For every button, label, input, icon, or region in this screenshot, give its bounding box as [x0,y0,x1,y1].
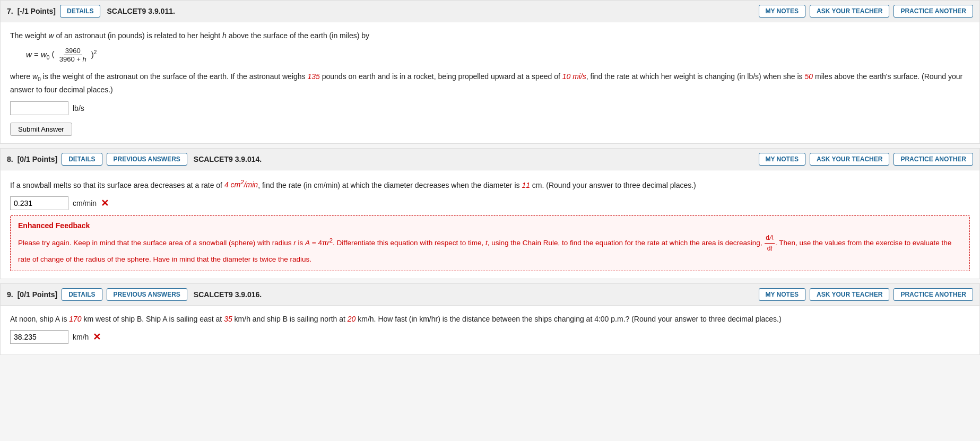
question-8-answer-input[interactable] [10,196,68,210]
question-9-ask-teacher-btn[interactable]: ASK YOUR TEACHER [810,288,889,301]
question-8-points: [0/1 Points] [18,155,57,163]
question-9: 9. [0/1 Points] DETAILS PREVIOUS ANSWERS… [0,283,980,355]
question-7-body: The weight w of an astronaut (in pounds)… [1,22,979,143]
question-8-my-notes-btn[interactable]: MY NOTES [759,153,805,166]
formula-bracket: ( [52,50,55,59]
question-8-wrong-mark: ✕ [101,197,109,209]
q7-text6: , find the rate at which her weight is c… [586,72,805,81]
q7-weight: 135 [307,72,319,81]
q9-speed1: 35 [224,315,232,323]
question-8-ask-teacher-btn[interactable]: ASK YOUR TEACHER [810,153,889,166]
q7-speed: 10 mi/s [562,72,586,81]
q7-text-3: above the surface of the earth (in miles… [227,31,369,40]
q8-text2: , find the rate (in cm/min) at which the… [258,180,522,189]
formula-lhs: w = w0 [26,50,49,59]
question-7-points: [-/1 Points] [18,7,56,15]
question-9-details-btn[interactable]: DETAILS [62,288,102,301]
feedback-text: Please try again. Keep in mind that the … [18,233,962,265]
q9-speed2: 20 [348,315,356,323]
question-8-unit: cm/min [73,199,97,207]
q8-text1: If a snowball melts so that its surface … [10,180,224,189]
question-9-code: SCALCET9 3.9.016. [194,290,262,299]
question-9-points: [0/1 Points] [18,290,57,299]
question-8-feedback: Enhanced Feedback Please try again. Keep… [10,215,970,271]
question-9-answer-row: km/h ✕ [10,330,970,344]
question-9-prev-answers-btn[interactable]: PREVIOUS ANSWERS [107,288,187,301]
question-8-details-btn[interactable]: DETAILS [62,153,102,166]
formula-bracket-close: )2 [91,50,97,59]
q7-distance: 50 [805,72,813,81]
q9-text1: At noon, ship A is [10,315,69,323]
question-8-header: 8. [0/1 Points] DETAILS PREVIOUS ANSWERS… [1,149,979,170]
fb-dAdt: dAdt [765,233,775,254]
question-7-practice-another-btn[interactable]: PRACTICE ANOTHER [894,5,973,18]
question-8-number: 8. [7,155,13,163]
question-7-ask-teacher-btn[interactable]: ASK YOUR TEACHER [810,5,889,18]
question-7-formula: w = w0 ( 3960 3960 + h )2 [26,47,970,63]
question-8-body: If a snowball melts so that its surface … [1,170,979,279]
q8-text3: cm. (Round your answer to three decimal … [530,180,696,189]
question-8-answer-row: cm/min ✕ [10,196,970,210]
question-9-text: At noon, ship A is 170 km west of ship B… [10,313,970,325]
q8-diameter: 11 [522,180,530,189]
fb-text1: Please try again. Keep in mind that the … [18,239,293,247]
q7-w: w [48,31,54,40]
question-7-text: The weight w of an astronaut (in pounds)… [10,30,970,41]
formula-denom: 3960 + h [58,55,88,63]
q7-text-1: The weight [10,31,48,40]
question-9-practice-another-btn[interactable]: PRACTICE ANOTHER [894,288,973,301]
question-9-unit: km/h [73,333,89,341]
question-7-text2: where w0 is the weight of the astronaut … [10,71,970,96]
question-9-answer-input[interactable] [10,330,68,344]
q7-text5: pounds on earth and is in a rocket, bein… [320,72,562,81]
question-7-answer-row: lb/s [10,101,970,115]
formula-numer: 3960 [64,47,82,55]
question-8-practice-another-btn[interactable]: PRACTICE ANOTHER [894,153,973,166]
question-7-answer-input[interactable] [10,101,68,115]
question-7-unit: lb/s [73,104,84,113]
question-8: 8. [0/1 Points] DETAILS PREVIOUS ANSWERS… [0,148,980,279]
q9-dist: 170 [69,315,81,323]
q8-rate: 4 cm2/min [224,180,258,189]
q7-text-2: of an astronaut (in pounds) is related t… [54,31,223,40]
q9-text4: km/h. How fast (in km/hr) is the distanc… [355,315,781,323]
feedback-title: Enhanced Feedback [18,221,962,230]
q7-h: h [222,31,227,40]
question-8-code: SCALCET9 3.9.014. [194,155,262,163]
question-9-header: 9. [0/1 Points] DETAILS PREVIOUS ANSWERS… [1,284,979,306]
q9-text2: km west of ship B. Ship A is sailing eas… [82,315,224,323]
question-9-wrong-mark: ✕ [93,331,101,343]
question-9-body: At noon, ship A is 170 km west of ship B… [1,306,979,354]
question-8-text: If a snowball melts so that its surface … [10,178,970,191]
question-7-number: 7. [7,7,13,15]
question-7: 7. [-/1 Points] DETAILS SCALCET9 3.9.011… [0,0,980,144]
formula-fraction: 3960 3960 + h [58,47,88,63]
q9-text3: km/h and ship B is sailing north at [232,315,348,323]
question-7-header: 7. [-/1 Points] DETAILS SCALCET9 3.9.011… [1,1,979,22]
question-8-prev-answers-btn[interactable]: PREVIOUS ANSWERS [107,153,187,166]
question-7-my-notes-btn[interactable]: MY NOTES [759,5,805,18]
question-7-code: SCALCET9 3.9.011. [107,7,175,15]
fb-text2: is A = 4πr2. Differentiate this equation… [296,239,485,247]
q7-text4: where w0 is the weight of the astronaut … [10,72,307,81]
question-7-details-btn[interactable]: DETAILS [60,5,100,18]
question-9-my-notes-btn[interactable]: MY NOTES [759,288,805,301]
fb-text3: , using the Chain Rule, to find the equa… [488,239,765,247]
question-9-number: 9. [7,290,13,299]
question-7-submit-btn[interactable]: Submit Answer [10,123,72,136]
